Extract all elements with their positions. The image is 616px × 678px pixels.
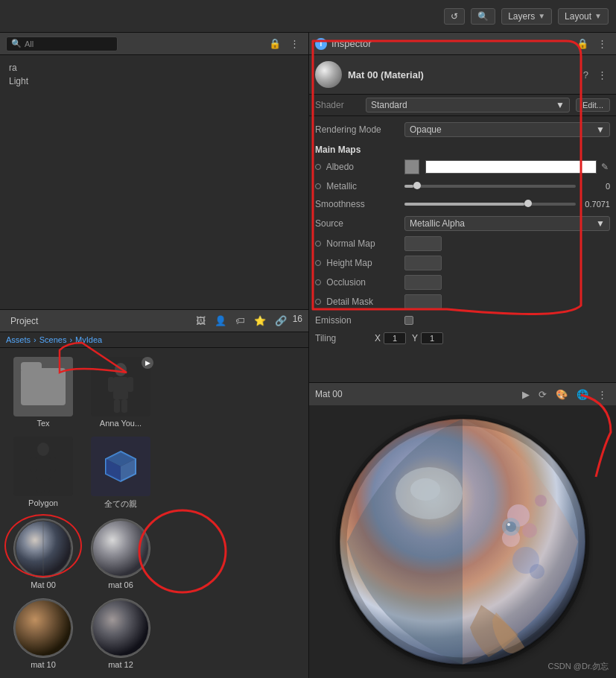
asset-item-polygon[interactable]: Polygon (6, 434, 80, 513)
breadcrumb-sep2: › (69, 335, 72, 344)
emission-checkbox[interactable] (404, 316, 413, 325)
history-button[interactable]: ↺ (444, 8, 465, 25)
project-tag-button[interactable]: 🏷 (232, 314, 248, 328)
metallic-row: Metallic 0 (309, 177, 616, 195)
hierarchy-lock-button[interactable]: 🔒 (266, 37, 284, 51)
occlusion-dot (315, 279, 321, 285)
material-help-button[interactable]: ? (580, 68, 591, 82)
height-map-slot[interactable] (404, 256, 442, 270)
hierarchy-header-left: 🔍 All (6, 37, 118, 51)
source-dropdown[interactable]: Metallic Alpha ▼ (404, 216, 610, 231)
normal-map-slot[interactable] (404, 236, 442, 251)
source-label: Source (315, 218, 404, 229)
rendering-mode-value: Opaque ▼ (404, 122, 610, 137)
normal-map-row: Normal Map (309, 234, 616, 253)
inspector-header: i Inspector 🔒 ⋮ (309, 33, 616, 55)
preview-menu-button[interactable]: ⋮ (594, 387, 610, 402)
asset-item-mat06[interactable]: mat 06 (83, 516, 158, 592)
project-image-button[interactable]: 🖼 (193, 314, 209, 328)
hierarchy-search[interactable]: 🔍 All (6, 37, 118, 51)
inspector-lock-button[interactable]: 🔒 (574, 37, 591, 51)
metallic-slider-container: 0 (404, 182, 610, 191)
shader-dropdown[interactable]: Standard ▼ (366, 98, 570, 113)
material-menu-button[interactable]: ⋮ (594, 68, 610, 82)
preview-color-button[interactable]: 🎨 (553, 387, 571, 402)
albedo-label: Albedo (315, 162, 404, 172)
albedo-eyedropper[interactable]: ✎ (600, 162, 610, 172)
hierarchy-header: 🔍 All 🔒 ⋮ (0, 33, 308, 55)
asset-item-mat00[interactable]: Mat 00 (6, 516, 80, 592)
hierarchy-item-ra[interactable]: ra (6, 61, 302, 75)
albedo-texture-thumb[interactable] (404, 159, 419, 174)
tiling-x-input[interactable]: 1 (384, 332, 406, 344)
tiling-y-input[interactable]: 1 (421, 332, 443, 344)
asset-thumb-anna (91, 357, 150, 416)
main-maps-header: Main Maps (309, 140, 616, 156)
project-person-button[interactable]: 👤 (212, 314, 229, 328)
smoothness-value: 0.7071 (404, 200, 610, 209)
smoothness-slider-thumb[interactable] (524, 200, 532, 207)
top-toolbar: ↺ 🔍 Layers ▼ Layout ▼ (0, 0, 616, 33)
albedo-value: ✎ (404, 159, 610, 174)
project-tab-label[interactable]: Project (6, 314, 42, 328)
preview-sphere-button[interactable]: 🌐 (574, 387, 591, 402)
asset-label-polygon: Polygon (28, 498, 58, 507)
breadcrumb-myidea[interactable]: MyIdea (75, 335, 102, 344)
breadcrumb-scenes[interactable]: Scenes (39, 335, 67, 344)
material-preview-name: Mat 00 (315, 389, 343, 399)
smoothness-slider-container: 0.7071 (404, 200, 610, 209)
svg-point-19 (93, 521, 148, 576)
left-panel: 🔍 All 🔒 ⋮ ra Light (0, 33, 309, 678)
asset-label-mat12: mat 12 (108, 660, 133, 669)
inspector-header-icons: 🔒 ⋮ (574, 37, 610, 51)
asset-item-parent[interactable]: 全ての親 (83, 434, 158, 513)
metallic-slider-track[interactable] (404, 185, 576, 188)
main-layout: 🔍 All 🔒 ⋮ ra Light (0, 33, 616, 678)
material-svg-mat12 (92, 598, 150, 658)
detail-mask-slot[interactable] (404, 294, 442, 309)
hierarchy-item-light[interactable]: Light (6, 75, 302, 88)
watermark: CSDN @Dr.勿忘 (548, 661, 609, 672)
asset-item-mat10[interactable]: mat 10 (6, 595, 80, 672)
emission-value (404, 316, 610, 325)
source-value: Metallic Alpha ▼ (404, 216, 610, 231)
hierarchy-menu-button[interactable]: ⋮ (287, 37, 302, 51)
layers-button[interactable]: Layers ▼ (501, 8, 552, 25)
rendering-mode-dropdown[interactable]: Opaque ▼ (404, 122, 610, 137)
project-count-label: 16 (293, 314, 302, 328)
inspector-content: Rendering Mode Opaque ▼ Main Maps Albedo (309, 116, 616, 382)
project-star-button[interactable]: ⭐ (251, 314, 269, 328)
hierarchy-item-ra-label: ra (9, 63, 17, 73)
layout-button[interactable]: Layout ▼ (558, 8, 609, 25)
albedo-color-picker[interactable] (425, 160, 597, 174)
material-info: Mat 00 (Material) (348, 69, 574, 80)
svg-rect-4 (114, 399, 120, 413)
inspector-menu-button[interactable]: ⋮ (594, 37, 610, 51)
asset-item-anna[interactable]: Anna You... ▶ (83, 354, 158, 431)
svg-rect-5 (121, 399, 127, 413)
asset-item-mat12[interactable]: mat 12 (83, 595, 158, 672)
right-panel: i Inspector 🔒 ⋮ Mat 00 (Material) ? ⋮ Sh… (309, 33, 616, 678)
material-preview-toolbar: Mat 00 ▶ ⟳ 🎨 🌐 ⋮ (309, 383, 616, 405)
asset-label-mat10: mat 10 (31, 660, 56, 669)
material-icon (315, 61, 342, 88)
occlusion-row: Occlusion (309, 273, 616, 292)
preview-play-button[interactable]: ▶ (519, 387, 533, 402)
svg-rect-8 (31, 457, 36, 472)
occlusion-map-slot[interactable] (404, 275, 442, 290)
tiling-x-field: X 1 (375, 332, 406, 344)
metallic-slider-thumb[interactable] (413, 182, 421, 189)
smoothness-slider-value: 0.7071 (580, 200, 610, 209)
search-button[interactable]: 🔍 (471, 8, 495, 25)
breadcrumb-assets[interactable]: Assets (6, 335, 31, 344)
height-map-dot (315, 260, 321, 266)
detail-mask-dot (315, 299, 321, 305)
shader-edit-button[interactable]: Edit... (576, 98, 610, 112)
asset-item-tex[interactable]: Tex (6, 354, 80, 431)
asset-thumb-parent (91, 437, 150, 496)
preview-rotate-button[interactable]: ⟳ (536, 387, 550, 402)
layers-dropdown-icon: ▼ (538, 12, 545, 20)
smoothness-slider-track[interactable] (404, 203, 576, 206)
material-preview-svg (332, 411, 593, 672)
project-link-button[interactable]: 🔗 (272, 314, 290, 328)
